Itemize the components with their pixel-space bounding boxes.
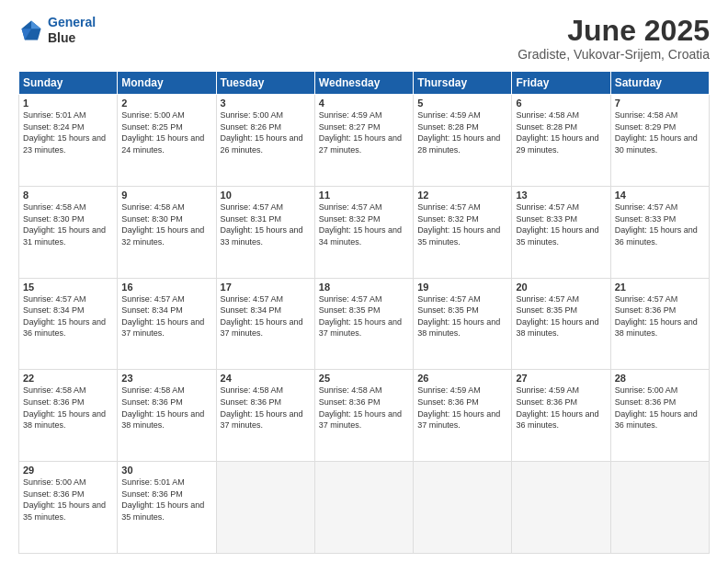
col-friday: Friday <box>512 72 610 95</box>
calendar-cell: 18 Sunrise: 4:57 AM Sunset: 8:35 PM Dayl… <box>314 278 413 370</box>
day-number: 11 <box>319 190 409 201</box>
day-detail: Sunrise: 4:59 AM Sunset: 8:27 PM Dayligh… <box>319 109 409 155</box>
calendar-cell: 26 Sunrise: 4:59 AM Sunset: 8:36 PM Dayl… <box>414 370 512 462</box>
day-detail: Sunrise: 4:57 AM Sunset: 8:35 PM Dayligh… <box>516 293 606 339</box>
day-detail: Sunrise: 4:57 AM Sunset: 8:33 PM Dayligh… <box>516 201 606 247</box>
calendar-cell: 24 Sunrise: 4:58 AM Sunset: 8:36 PM Dayl… <box>216 370 314 462</box>
col-thursday: Thursday <box>414 72 512 95</box>
calendar-cell: 20 Sunrise: 4:57 AM Sunset: 8:35 PM Dayl… <box>512 278 610 370</box>
calendar-cell: 21 Sunrise: 4:57 AM Sunset: 8:36 PM Dayl… <box>610 278 709 370</box>
logo-text: General Blue <box>48 15 96 46</box>
day-number: 4 <box>319 98 409 109</box>
day-number: 26 <box>417 373 507 384</box>
calendar-cell: 12 Sunrise: 4:57 AM Sunset: 8:32 PM Dayl… <box>414 186 512 278</box>
calendar-cell: 1 Sunrise: 5:01 AM Sunset: 8:24 PM Dayli… <box>19 95 118 187</box>
day-detail: Sunrise: 4:58 AM Sunset: 8:36 PM Dayligh… <box>121 385 211 431</box>
calendar-week-row: 22 Sunrise: 4:58 AM Sunset: 8:36 PM Dayl… <box>19 370 710 462</box>
day-detail: Sunrise: 4:57 AM Sunset: 8:32 PM Dayligh… <box>319 201 409 247</box>
page: General Blue June 2025 Gradiste, Vukovar… <box>0 0 728 563</box>
day-number: 18 <box>319 282 409 293</box>
day-number: 25 <box>319 373 409 384</box>
day-detail: Sunrise: 4:58 AM Sunset: 8:36 PM Dayligh… <box>221 385 311 431</box>
calendar-title: June 2025 <box>518 15 710 47</box>
calendar-cell: 15 Sunrise: 4:57 AM Sunset: 8:34 PM Dayl… <box>19 278 118 370</box>
calendar-cell: 8 Sunrise: 4:58 AM Sunset: 8:30 PM Dayli… <box>19 186 118 278</box>
calendar-cell: 6 Sunrise: 4:58 AM Sunset: 8:28 PM Dayli… <box>512 95 610 187</box>
day-detail: Sunrise: 4:58 AM Sunset: 8:36 PM Dayligh… <box>23 385 113 431</box>
day-number: 29 <box>23 465 113 476</box>
calendar-week-row: 15 Sunrise: 4:57 AM Sunset: 8:34 PM Dayl… <box>19 278 710 370</box>
calendar-cell: 22 Sunrise: 4:58 AM Sunset: 8:36 PM Dayl… <box>19 370 118 462</box>
calendar-cell: 27 Sunrise: 4:59 AM Sunset: 8:36 PM Dayl… <box>512 370 610 462</box>
calendar-week-row: 1 Sunrise: 5:01 AM Sunset: 8:24 PM Dayli… <box>19 95 710 187</box>
calendar-cell: 11 Sunrise: 4:57 AM Sunset: 8:32 PM Dayl… <box>314 186 413 278</box>
calendar-week-row: 8 Sunrise: 4:58 AM Sunset: 8:30 PM Dayli… <box>19 186 710 278</box>
day-number: 14 <box>615 190 705 201</box>
day-detail: Sunrise: 5:01 AM Sunset: 8:24 PM Dayligh… <box>23 109 113 155</box>
day-number: 27 <box>516 373 606 384</box>
day-detail: Sunrise: 4:57 AM Sunset: 8:31 PM Dayligh… <box>221 201 311 247</box>
day-detail: Sunrise: 4:59 AM Sunset: 8:36 PM Dayligh… <box>516 385 606 431</box>
calendar-subtitle: Gradiste, Vukovar-Srijem, Croatia <box>518 47 710 62</box>
day-number: 3 <box>221 98 311 109</box>
logo-line1: General <box>48 15 96 29</box>
calendar-cell: 16 Sunrise: 4:57 AM Sunset: 8:34 PM Dayl… <box>118 278 216 370</box>
day-number: 15 <box>23 282 113 293</box>
day-number: 13 <box>516 190 606 201</box>
day-number: 7 <box>615 98 705 109</box>
header-row: Sunday Monday Tuesday Wednesday Thursday… <box>19 72 710 95</box>
calendar-cell: 13 Sunrise: 4:57 AM Sunset: 8:33 PM Dayl… <box>512 186 610 278</box>
day-detail: Sunrise: 5:00 AM Sunset: 8:26 PM Dayligh… <box>221 109 311 155</box>
day-number: 8 <box>23 190 113 201</box>
day-number: 6 <box>516 98 606 109</box>
day-detail: Sunrise: 4:58 AM Sunset: 8:36 PM Dayligh… <box>319 385 409 431</box>
logo-icon <box>18 17 44 43</box>
day-detail: Sunrise: 4:59 AM Sunset: 8:28 PM Dayligh… <box>417 109 507 155</box>
calendar-cell: 17 Sunrise: 4:57 AM Sunset: 8:34 PM Dayl… <box>216 278 314 370</box>
day-number: 9 <box>121 190 211 201</box>
day-number: 30 <box>121 465 211 476</box>
calendar-cell <box>610 462 709 554</box>
calendar-cell <box>314 462 413 554</box>
day-detail: Sunrise: 4:58 AM Sunset: 8:28 PM Dayligh… <box>516 109 606 155</box>
calendar-cell: 19 Sunrise: 4:57 AM Sunset: 8:35 PM Dayl… <box>414 278 512 370</box>
day-detail: Sunrise: 4:57 AM Sunset: 8:34 PM Dayligh… <box>121 293 211 339</box>
calendar-body: 1 Sunrise: 5:01 AM Sunset: 8:24 PM Dayli… <box>19 95 710 554</box>
calendar-cell: 28 Sunrise: 5:00 AM Sunset: 8:36 PM Dayl… <box>610 370 709 462</box>
day-detail: Sunrise: 4:58 AM Sunset: 8:30 PM Dayligh… <box>23 201 113 247</box>
day-detail: Sunrise: 4:58 AM Sunset: 8:29 PM Dayligh… <box>615 109 705 155</box>
day-number: 23 <box>121 373 211 384</box>
day-number: 2 <box>121 98 211 109</box>
calendar-cell: 3 Sunrise: 5:00 AM Sunset: 8:26 PM Dayli… <box>216 95 314 187</box>
logo-line2: Blue <box>48 30 96 46</box>
day-number: 5 <box>417 98 507 109</box>
calendar-cell: 14 Sunrise: 4:57 AM Sunset: 8:33 PM Dayl… <box>610 186 709 278</box>
calendar-cell <box>216 462 314 554</box>
day-detail: Sunrise: 4:59 AM Sunset: 8:36 PM Dayligh… <box>417 385 507 431</box>
calendar-header: Sunday Monday Tuesday Wednesday Thursday… <box>19 72 710 95</box>
day-detail: Sunrise: 4:58 AM Sunset: 8:30 PM Dayligh… <box>121 201 211 247</box>
day-detail: Sunrise: 4:57 AM Sunset: 8:34 PM Dayligh… <box>221 293 311 339</box>
day-number: 16 <box>121 282 211 293</box>
col-tuesday: Tuesday <box>216 72 314 95</box>
day-detail: Sunrise: 4:57 AM Sunset: 8:32 PM Dayligh… <box>417 201 507 247</box>
day-number: 24 <box>221 373 311 384</box>
calendar-cell: 30 Sunrise: 5:01 AM Sunset: 8:36 PM Dayl… <box>118 462 216 554</box>
col-sunday: Sunday <box>19 72 118 95</box>
day-detail: Sunrise: 5:00 AM Sunset: 8:25 PM Dayligh… <box>121 109 211 155</box>
day-number: 10 <box>221 190 311 201</box>
svg-marker-1 <box>31 20 41 29</box>
day-number: 20 <box>516 282 606 293</box>
calendar-week-row: 29 Sunrise: 5:00 AM Sunset: 8:36 PM Dayl… <box>19 462 710 554</box>
calendar-table: Sunday Monday Tuesday Wednesday Thursday… <box>18 71 710 554</box>
calendar-cell: 7 Sunrise: 4:58 AM Sunset: 8:29 PM Dayli… <box>610 95 709 187</box>
day-detail: Sunrise: 4:57 AM Sunset: 8:33 PM Dayligh… <box>615 201 705 247</box>
col-monday: Monday <box>118 72 216 95</box>
calendar-cell <box>512 462 610 554</box>
day-number: 12 <box>417 190 507 201</box>
day-detail: Sunrise: 4:57 AM Sunset: 8:36 PM Dayligh… <box>615 293 705 339</box>
calendar-cell: 23 Sunrise: 4:58 AM Sunset: 8:36 PM Dayl… <box>118 370 216 462</box>
day-detail: Sunrise: 5:00 AM Sunset: 8:36 PM Dayligh… <box>23 477 113 523</box>
day-detail: Sunrise: 4:57 AM Sunset: 8:35 PM Dayligh… <box>417 293 507 339</box>
logo: General Blue <box>18 15 96 46</box>
